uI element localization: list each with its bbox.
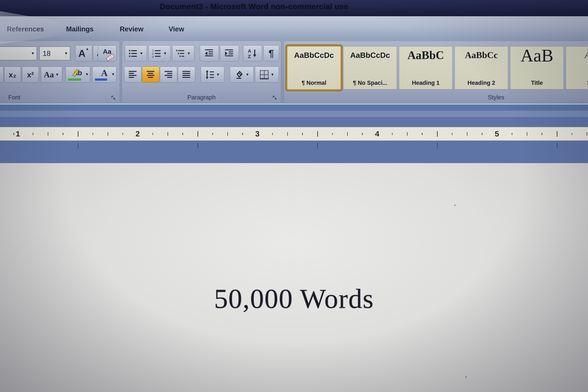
increase-indent-button[interactable] (220, 46, 239, 61)
change-case-button[interactable]: Aa ▼ (41, 67, 62, 82)
grow-font-arrow-icon: ▲ (86, 47, 89, 51)
chevron-down-icon[interactable]: ▼ (270, 72, 274, 77)
chevron-down-icon[interactable]: ▼ (111, 72, 115, 76)
chevron-down-icon[interactable]: ▼ (140, 51, 143, 56)
shading-button[interactable]: ▼ (230, 67, 254, 82)
style-name: ¶ Normal (288, 80, 340, 86)
ruler-number: 4 (372, 129, 383, 138)
styles-group-label: Styles (284, 94, 588, 102)
tab-references[interactable]: References (3, 22, 48, 36)
chevron-down-icon[interactable]: ▼ (55, 72, 59, 77)
line-spacing-icon (205, 70, 215, 80)
highlight-color-bar (68, 78, 81, 81)
align-center-icon (146, 70, 155, 79)
numbering-button[interactable]: 123 ▼ (149, 46, 170, 61)
svg-text:2: 2 (152, 52, 154, 55)
font-size-value: 18 (40, 49, 63, 58)
superscript-button[interactable]: x² (22, 67, 38, 82)
ruler-number: 5 (492, 129, 502, 138)
style-preview: AaBbCcDc (344, 51, 397, 60)
horizontal-ruler[interactable]: 1 2 3 4 5 (0, 127, 588, 140)
svg-text:1: 1 (152, 49, 154, 52)
decrease-indent-button[interactable] (200, 46, 218, 61)
ruler-number: 1 (12, 129, 24, 138)
style-preview: AaB (566, 50, 588, 60)
ribbon-tab-strip: References Mailings Review View (0, 16, 588, 40)
word-application-window: Document3 - Microsoft Word non-commercia… (0, 0, 588, 392)
bullets-button[interactable]: ▼ (125, 46, 147, 61)
align-left-icon (128, 70, 137, 79)
title-bar: Document3 - Microsoft Word non-commercia… (0, 0, 588, 16)
justify-icon (182, 70, 191, 79)
document-page[interactable]: 50,000 Words (0, 163, 588, 392)
align-right-button[interactable] (160, 67, 177, 82)
pilcrow-icon: ¶ (269, 48, 274, 59)
style-item-no-spacing[interactable]: AaBbCcDc ¶ No Spaci... (344, 46, 397, 89)
style-name: Heading 2 (455, 80, 508, 86)
chevron-down-icon[interactable]: ▼ (187, 51, 191, 56)
line-spacing-button[interactable]: ▼ (201, 67, 224, 82)
font-size-combo[interactable]: 18 ▼ (40, 47, 70, 60)
align-left-button[interactable] (124, 67, 141, 82)
chevron-down-icon[interactable]: ▼ (31, 51, 35, 56)
tab-view[interactable]: View (164, 22, 188, 36)
styles-group: AaBbCcDc ¶ Normal AaBbCcDc ¶ No Spaci...… (284, 41, 588, 103)
tab-review[interactable]: Review (116, 22, 148, 36)
paragraph-dialog-launcher[interactable] (272, 95, 278, 101)
grow-font-button[interactable]: A ▲ (76, 46, 92, 61)
sort-button[interactable]: AZ (243, 46, 262, 61)
ruler-margin-area (0, 140, 588, 163)
strikethrough-button[interactable] (0, 67, 3, 82)
dialog-launcher-icon (111, 95, 116, 101)
paint-bucket-icon (234, 70, 244, 80)
decrease-indent-icon (204, 48, 214, 58)
ribbon: ▼ 18 ▼ A ▲ A ▼ Aa (0, 40, 588, 104)
ruler-number: 2 (132, 129, 143, 138)
numbered-list-icon: 123 (152, 48, 162, 58)
style-name: Sub (566, 80, 588, 86)
align-center-button[interactable] (142, 67, 159, 82)
style-item-normal[interactable]: AaBbCcDc ¶ Normal (288, 46, 340, 89)
paragraph-group: ▼ 123 ▼ ▼ AZ ¶ (122, 41, 281, 103)
bullet-list-icon (128, 48, 138, 58)
borders-button[interactable]: ▼ (255, 67, 278, 82)
font-name-combo[interactable]: ▼ (0, 47, 36, 60)
multilevel-list-icon (176, 48, 186, 58)
borders-grid-icon (260, 70, 269, 80)
dialog-launcher-icon (272, 95, 278, 101)
align-right-icon (164, 70, 173, 79)
justify-button[interactable] (178, 67, 195, 82)
font-group: ▼ 18 ▼ A ▲ A ▼ Aa (0, 41, 120, 103)
chevron-down-icon[interactable]: ▼ (216, 72, 220, 77)
svg-text:3: 3 (152, 55, 154, 58)
style-name: Title (510, 80, 564, 86)
style-item-heading2[interactable]: AaBbCc Heading 2 (455, 46, 508, 89)
chevron-down-icon[interactable]: ▼ (246, 72, 249, 77)
style-preview: AaBbC (399, 48, 452, 62)
style-preview: AaBbCcDc (288, 51, 340, 60)
subscript-button[interactable]: x₂ (4, 67, 21, 82)
paragraph-group-label: Paragraph (122, 94, 281, 102)
dust-speck (465, 376, 466, 378)
chevron-down-icon[interactable]: ▼ (85, 72, 89, 76)
document-text: 50,000 Words (0, 283, 588, 314)
font-dialog-launcher[interactable] (111, 95, 116, 101)
style-item-subtitle[interactable]: AaB Sub (566, 46, 588, 89)
style-preview: AaB (510, 46, 564, 66)
svg-text:Z: Z (248, 54, 251, 58)
clear-formatting-button[interactable]: Aa (98, 46, 116, 61)
font-color-button[interactable]: A ▼ (92, 67, 116, 82)
chevron-down-icon[interactable]: ▼ (64, 51, 68, 56)
window-background-band (0, 104, 588, 127)
tab-mailings[interactable]: Mailings (62, 22, 98, 36)
increase-indent-icon (225, 48, 234, 58)
multilevel-list-button[interactable]: ▼ (172, 46, 194, 61)
chevron-down-icon[interactable]: ▼ (163, 51, 167, 56)
text-highlight-button[interactable]: ab ▼ (66, 67, 90, 82)
style-name: ¶ No Spaci... (344, 80, 397, 86)
show-hide-formatting-button[interactable]: ¶ (264, 46, 279, 61)
style-preview: AaBbCc (455, 50, 508, 60)
style-item-title[interactable]: AaB Title (510, 46, 564, 89)
ruler-number: 3 (252, 129, 263, 138)
style-item-heading1[interactable]: AaBbC Heading 1 (399, 46, 452, 89)
